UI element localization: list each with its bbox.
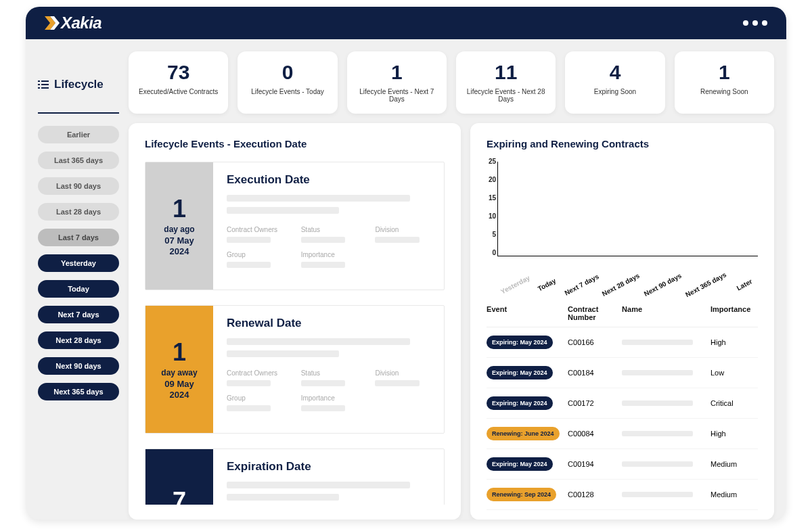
cell-contract: C00172: [568, 399, 622, 407]
event-body: Renewal Date Contract Owners Status Divi…: [213, 306, 444, 433]
filter-pill[interactable]: Yesterday: [38, 254, 119, 272]
filter-pill[interactable]: Last 7 days: [38, 229, 119, 246]
svg-rect-1: [41, 80, 49, 82]
table-row[interactable]: Renewing: June 2024 C00084 High: [487, 419, 758, 449]
stat-label: Lifecycle Events - Next 28 Days: [460, 88, 551, 103]
placeholder: [622, 400, 693, 406]
placeholder: [375, 380, 419, 386]
chart-panel-title: Expiring and Renewing Contracts: [487, 138, 758, 150]
placeholder: [622, 340, 693, 345]
chart-x-axis: YesterdayTodayNext 7 daysNext 28 daysNex…: [497, 277, 758, 285]
table-row[interactable]: Expiring: May 2024 C00172 Critical: [487, 388, 758, 419]
event-date: 09 May2024: [164, 379, 194, 401]
placeholder: [375, 237, 419, 243]
filter-pill[interactable]: Last 365 days: [38, 152, 119, 169]
chart-x-label: Next 28 days: [601, 272, 641, 298]
meta-label: Division: [375, 226, 430, 233]
contracts-table: Event Contract Number Name Importance Ex…: [487, 300, 758, 510]
event-date-block: 1 day ago 07 May2024: [145, 162, 213, 290]
chart: 2520151050 YesterdayTodayNext 7 daysNext…: [487, 162, 758, 270]
stat-card[interactable]: 73 Executed/Active Contracts: [129, 51, 228, 114]
table-row[interactable]: Expiring: May 2024 C00184 Low: [487, 358, 758, 388]
placeholder: [622, 492, 693, 497]
stat-value: 1: [351, 61, 443, 84]
stat-value: 11: [460, 61, 551, 84]
stat-card[interactable]: 1 Lifecycle Events - Next 7 Days: [347, 51, 447, 114]
topbar: Xakia: [26, 7, 786, 39]
stat-value: 1: [679, 61, 770, 84]
filter-pill[interactable]: Next 365 days: [38, 383, 119, 400]
app-window: Xakia Lifecycle 73 Executed/Active Contr…: [26, 7, 786, 520]
meta-label: Importance: [301, 251, 357, 258]
stat-value: 4: [569, 61, 660, 84]
stat-card[interactable]: 4 Expiring Soon: [565, 51, 664, 114]
chart-x-label: Next 90 days: [642, 272, 682, 298]
meta-label: Group: [227, 251, 282, 258]
event-badge: Expiring: May 2024: [487, 366, 553, 380]
event-title: Renewal Date: [227, 317, 430, 330]
event-card[interactable]: 7 days away 15 May Expiration Date Contr…: [145, 448, 445, 505]
cell-contract: C00084: [568, 430, 622, 438]
meta-label: Group: [227, 394, 282, 402]
table-row[interactable]: Expiring: May 2024 C00166 High: [487, 327, 758, 358]
meta-label: Status: [301, 369, 357, 377]
stat-label: Renewing Soon: [679, 88, 770, 95]
filters-sidebar: EarlierLast 365 daysLast 90 daysLast 28 …: [38, 123, 119, 520]
svg-rect-3: [41, 84, 49, 85]
filter-pill[interactable]: Next 7 days: [38, 306, 119, 323]
svg-rect-0: [38, 80, 40, 82]
filter-pill[interactable]: Earlier: [38, 126, 119, 143]
event-date-block: 1 day away 09 May2024: [145, 306, 213, 433]
chart-plot: [497, 162, 758, 256]
logo: Xakia: [45, 14, 102, 32]
th-importance: Importance: [710, 305, 758, 321]
stat-card[interactable]: 0 Lifecycle Events - Today: [238, 51, 337, 114]
event-relative: day ago: [164, 225, 194, 234]
th-name: Name: [622, 305, 710, 321]
table-header: Event Contract Number Name Importance: [487, 300, 758, 327]
cell-contract: C00184: [568, 369, 622, 377]
placeholder: [227, 494, 339, 501]
filter-pill[interactable]: Next 28 days: [38, 331, 119, 349]
stats-row: Lifecycle 73 Executed/Active Contracts0 …: [26, 39, 786, 114]
chart-panel: Expiring and Renewing Contracts 25201510…: [470, 123, 774, 520]
placeholder: [227, 207, 339, 214]
cell-importance: Medium: [710, 460, 758, 468]
filter-pill[interactable]: Today: [38, 280, 119, 298]
event-badge: Renewing: June 2024: [487, 427, 560, 440]
event-count: 7: [173, 487, 186, 505]
section-title: Lifecycle: [38, 61, 119, 114]
cell-contract: C00128: [568, 490, 622, 499]
event-count: 1: [173, 338, 186, 367]
event-count: 1: [173, 195, 186, 223]
event-card[interactable]: 1 day away 09 May2024 Renewal Date Contr…: [145, 305, 445, 434]
stat-card[interactable]: 11 Lifecycle Events - Next 28 Days: [456, 51, 556, 114]
stat-label: Expiring Soon: [569, 88, 660, 95]
meta-label: Contract Owners: [227, 369, 282, 377]
stat-card[interactable]: 1 Renewing Soon: [675, 51, 774, 114]
svg-rect-2: [38, 84, 40, 85]
cell-importance: High: [710, 338, 758, 346]
placeholder: [227, 338, 410, 345]
th-event: Event: [487, 305, 568, 321]
chart-x-label: Yesterday: [499, 274, 531, 296]
event-card[interactable]: 1 day ago 07 May2024 Execution Date Cont…: [145, 162, 445, 290]
filter-pill[interactable]: Last 28 days: [38, 203, 119, 221]
filter-pill[interactable]: Last 90 days: [38, 177, 119, 195]
meta-label: Contract Owners: [227, 226, 282, 233]
filter-pill[interactable]: Next 90 days: [38, 357, 119, 375]
placeholder: [227, 380, 271, 386]
cell-importance: Medium: [710, 490, 758, 499]
more-menu-icon[interactable]: [743, 20, 767, 26]
stat-label: Lifecycle Events - Today: [242, 88, 333, 95]
table-row[interactable]: Expiring: May 2024 C00194 Medium: [487, 449, 758, 480]
table-row[interactable]: Renewing: Sep 2024 C00128 Medium: [487, 480, 758, 510]
list-icon: [38, 80, 49, 89]
events-panel: Lifecycle Events - Execution Date 1 day …: [129, 123, 461, 520]
meta-label: Division: [375, 369, 430, 377]
cell-importance: Low: [710, 369, 758, 377]
cell-contract: C00194: [568, 460, 622, 468]
placeholder: [622, 461, 693, 467]
event-title: Execution Date: [227, 173, 430, 187]
logo-chevron-icon: [45, 16, 60, 30]
